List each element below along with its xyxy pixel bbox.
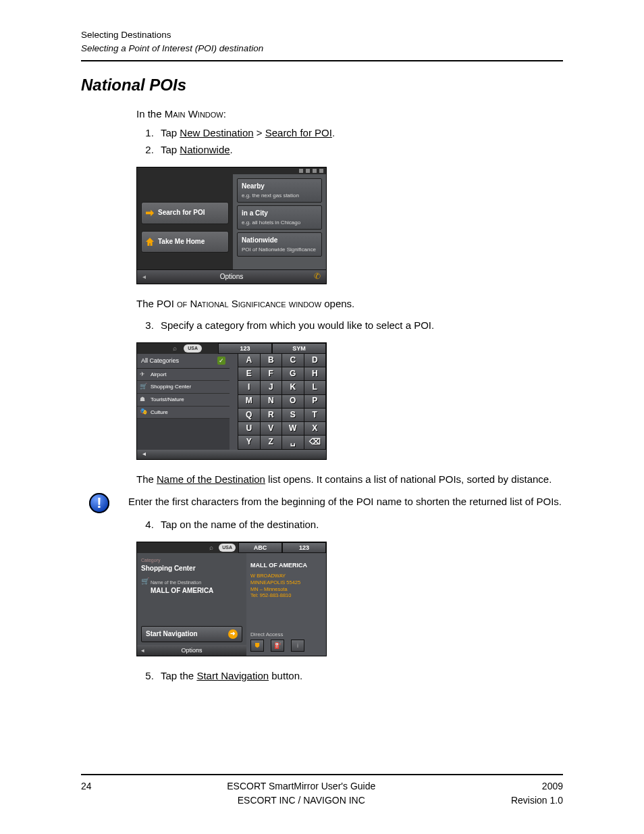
dest-name-label: Name of the Destination [151, 579, 242, 586]
phone-icon[interactable]: ✆ [314, 271, 321, 282]
tab-sym[interactable]: SYM [272, 343, 326, 354]
key-k[interactable]: K [282, 381, 304, 394]
addr-line-4: Tel: 952-883-8810 [250, 592, 322, 599]
tab-123[interactable]: 123 [282, 542, 326, 553]
key-b[interactable]: B [261, 354, 282, 367]
cat-airport[interactable]: ✈Airport [137, 369, 230, 382]
key-backspace[interactable]: ⌫ [304, 436, 326, 448]
step-4: Tap on the name of the destination. [157, 517, 563, 532]
page-footer: 24 ESCORT SmartMirror User's Guide ESCOR… [81, 779, 563, 807]
direct-access-btn-2[interactable]: ⛽ [271, 640, 284, 652]
key-e[interactable]: E [238, 367, 260, 380]
direct-access-btn-1[interactable]: ⛊ [250, 640, 264, 652]
cat-culture[interactable]: 🎭Culture [137, 407, 230, 419]
dest-name-value: MALL OF AMERICA [151, 586, 242, 596]
key-a[interactable]: A [238, 354, 260, 367]
back-icon[interactable]: ◂ [142, 272, 146, 282]
footer-title: ESCORT SmartMirror User's Guide [92, 779, 511, 793]
magnifier-icon[interactable]: ⌕ [209, 543, 213, 553]
arrow-icon [146, 209, 154, 217]
addr-line-3: MN – Minnesota [250, 586, 322, 593]
magnifier-icon[interactable]: ⌕ [173, 344, 177, 353]
key-q[interactable]: Q [238, 409, 260, 421]
step-2: Tap Nationwide. [157, 142, 563, 157]
screenshot-categories-keyboard: ⌕ USA 123 SYM All Categories ✓ ✈Airport … [136, 342, 327, 460]
note-block: ! Enter the first characters from the be… [89, 493, 563, 513]
steps-list-d: Tap the Start Navigation button. [143, 669, 563, 683]
btn-take-me-home[interactable]: Take Me Home [141, 231, 229, 253]
direct-access-btn-3[interactable]: i [291, 640, 304, 652]
after-step-2-text: The POI of National Significance window … [136, 296, 563, 311]
key-r[interactable]: R [261, 409, 282, 421]
options-label[interactable]: Options [181, 646, 202, 655]
note-icon: ! [89, 493, 109, 513]
header-line1: Selecting Destinations [81, 28, 563, 42]
key-i[interactable]: I [238, 381, 260, 394]
category-value: Shopping Center [141, 564, 242, 574]
addr-line-1: W BROADWAY [250, 573, 322, 579]
cat-tourist[interactable]: ☗Tourist/Nature [137, 394, 230, 407]
tab-123[interactable]: 123 [218, 343, 272, 354]
key-y[interactable]: Y [238, 436, 260, 448]
key-g[interactable]: G [282, 367, 304, 380]
opt-nearby[interactable]: Nearbye.g. the next gas station [237, 178, 322, 203]
key-t[interactable]: T [304, 409, 326, 421]
footer-revision: Revision 1.0 [511, 793, 563, 807]
status-bar [137, 167, 326, 174]
keyboard: A B C D E F G H I J K L M N O P Q [238, 354, 326, 450]
start-navigation-button[interactable]: Start Navigation ➜ [141, 626, 242, 643]
link-name-of-destination: Name of the Destination [157, 473, 265, 485]
tourist-icon: ☗ [140, 395, 145, 404]
key-j[interactable]: J [261, 381, 282, 394]
step-5: Tap the Start Navigation button. [157, 669, 563, 683]
steps-list-b: Specify a category from which you would … [143, 318, 563, 333]
opt-in-a-city[interactable]: in a Citye.g. all hotels in Chicago [237, 205, 322, 230]
key-z[interactable]: Z [261, 436, 282, 448]
key-u[interactable]: U [238, 422, 260, 435]
opt-nationwide[interactable]: NationwidePOI of Nationwide Significance [237, 232, 322, 257]
header-line2: Selecting a Point of Interest (POI) dest… [81, 42, 563, 55]
after-step-3-text: The Name of the Destination list opens. … [136, 472, 563, 487]
country-pill[interactable]: USA [184, 344, 202, 353]
link-start-navigation: Start Navigation [196, 670, 269, 681]
footer-company: ESCORT INC / NAVIGON INC [92, 793, 511, 807]
culture-icon: 🎭 [140, 408, 147, 417]
link-nationwide: Nationwide [180, 144, 230, 155]
cart-icon: 🛒 [141, 577, 149, 587]
step-3: Specify a category from which you would … [157, 318, 563, 333]
intro-line: In the Main Window: [136, 107, 563, 122]
country-pill[interactable]: USA [219, 544, 236, 552]
key-v[interactable]: V [261, 422, 282, 435]
key-l[interactable]: L [304, 381, 326, 394]
key-w[interactable]: W [282, 422, 304, 435]
key-h[interactable]: H [304, 367, 326, 380]
steps-list-a: Tap New Destination > Search for POI. Ta… [143, 126, 563, 158]
all-categories-row[interactable]: All Categories ✓ [137, 354, 230, 369]
btn-search-for-poi[interactable]: Search for POI [141, 202, 229, 224]
key-m[interactable]: M [238, 395, 260, 408]
cat-shopping[interactable]: 🛒Shopping Center [137, 381, 230, 394]
options-label[interactable]: Options [220, 272, 243, 282]
check-icon: ✓ [217, 357, 225, 365]
key-x[interactable]: X [304, 422, 326, 435]
go-icon: ➜ [228, 629, 238, 639]
key-d[interactable]: D [304, 354, 326, 367]
key-p[interactable]: P [304, 395, 326, 408]
result-title: MALL OF AMERICA [250, 561, 322, 570]
scroll-bar[interactable] [230, 354, 238, 450]
key-space[interactable]: ␣ [282, 436, 304, 448]
cart-icon: 🛒 [140, 383, 147, 392]
back-icon[interactable]: ◂ [137, 449, 151, 459]
direct-access-label: Direct Access [250, 631, 322, 639]
back-icon[interactable]: ◂ [141, 646, 144, 655]
category-label: Category [141, 557, 242, 564]
tab-abc[interactable]: ABC [238, 542, 282, 553]
key-n[interactable]: N [261, 395, 282, 408]
airport-icon: ✈ [140, 370, 145, 379]
key-s[interactable]: S [282, 409, 304, 421]
key-c[interactable]: C [282, 354, 304, 367]
key-o[interactable]: O [282, 395, 304, 408]
page-number: 24 [81, 779, 92, 807]
key-f[interactable]: F [261, 367, 282, 380]
section-title: National POIs [81, 74, 563, 97]
